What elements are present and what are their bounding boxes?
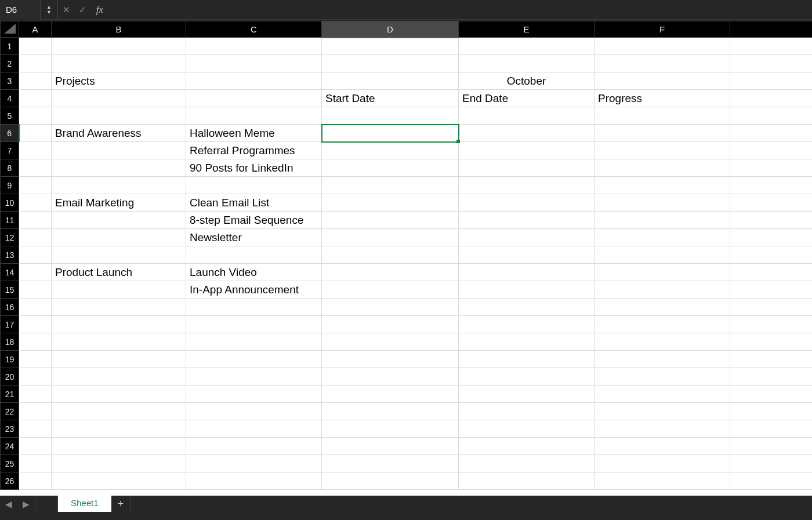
cell-D-19[interactable] — [322, 351, 459, 368]
cell-A-6[interactable] — [19, 125, 52, 142]
cell-A-26[interactable] — [19, 472, 52, 490]
cell-C-1[interactable] — [186, 38, 322, 55]
fx-icon[interactable]: fx — [90, 4, 109, 16]
row-header-6[interactable]: 6 — [1, 125, 19, 142]
cell-E-3[interactable]: October — [459, 72, 594, 90]
cell-E-19[interactable] — [459, 351, 594, 368]
row-header-26[interactable]: 26 — [1, 472, 19, 490]
cell-B-12[interactable] — [52, 229, 186, 246]
cell-B-7[interactable] — [52, 142, 186, 159]
cell-D-17[interactable] — [322, 316, 459, 333]
row-header-25[interactable]: 25 — [1, 455, 19, 472]
cell-C-12[interactable]: Newsletter — [186, 229, 322, 246]
cell-A-22[interactable] — [19, 403, 52, 420]
row-header-18[interactable]: 18 — [1, 333, 19, 351]
cell-F-7[interactable] — [594, 142, 730, 159]
cell-overflow-2[interactable] — [730, 55, 813, 72]
stepper-down-icon[interactable]: ▼ — [46, 10, 52, 15]
cell-B-19[interactable] — [52, 351, 186, 368]
cell-B-18[interactable] — [52, 333, 186, 351]
row-header-7[interactable]: 7 — [1, 142, 19, 159]
cell-F-4[interactable]: Progress — [594, 90, 730, 107]
cell-E-9[interactable] — [459, 177, 594, 194]
cell-C-11[interactable]: 8-step Email Sequence — [186, 212, 322, 229]
cell-B-26[interactable] — [52, 472, 186, 490]
name-box[interactable]: D6 — [0, 0, 41, 20]
cell-F-9[interactable] — [594, 177, 730, 194]
cell-D-4[interactable]: Start Date — [322, 90, 459, 107]
cell-E-12[interactable] — [459, 229, 594, 246]
cell-C-17[interactable] — [186, 316, 322, 333]
cell-F-19[interactable] — [594, 351, 730, 368]
cell-A-5[interactable] — [19, 107, 52, 125]
cell-overflow-10[interactable] — [730, 194, 813, 212]
row-header-24[interactable]: 24 — [1, 438, 19, 455]
cell-C-13[interactable] — [186, 246, 322, 264]
cell-B-5[interactable] — [52, 107, 186, 125]
row-header-23[interactable]: 23 — [1, 420, 19, 438]
cell-F-18[interactable] — [594, 333, 730, 351]
cell-A-16[interactable] — [19, 299, 52, 316]
accept-formula-button[interactable]: ✓ — [74, 2, 90, 18]
cell-A-4[interactable] — [19, 90, 52, 107]
row-header-14[interactable]: 14 — [1, 264, 19, 281]
cell-E-2[interactable] — [459, 55, 594, 72]
cell-overflow-3[interactable] — [730, 72, 813, 90]
cell-A-11[interactable] — [19, 212, 52, 229]
cell-F-8[interactable] — [594, 159, 730, 177]
cell-F-23[interactable] — [594, 420, 730, 438]
cell-A-13[interactable] — [19, 246, 52, 264]
cell-B-1[interactable] — [52, 38, 186, 55]
column-header-B[interactable]: B — [52, 21, 186, 38]
cell-A-25[interactable] — [19, 455, 52, 472]
name-box-stepper[interactable]: ▲ ▼ — [41, 0, 58, 20]
cell-B-25[interactable] — [52, 455, 186, 472]
cell-A-14[interactable] — [19, 264, 52, 281]
cell-A-15[interactable] — [19, 281, 52, 299]
cell-E-21[interactable] — [459, 386, 594, 403]
cell-E-14[interactable] — [459, 264, 594, 281]
cancel-formula-button[interactable]: ✕ — [58, 2, 74, 18]
cell-D-25[interactable] — [322, 455, 459, 472]
cell-A-19[interactable] — [19, 351, 52, 368]
cell-D-23[interactable] — [322, 420, 459, 438]
cell-D-7[interactable] — [322, 142, 459, 159]
cell-C-26[interactable] — [186, 472, 322, 490]
cell-F-13[interactable] — [594, 246, 730, 264]
cell-F-17[interactable] — [594, 316, 730, 333]
cell-C-22[interactable] — [186, 403, 322, 420]
cell-F-25[interactable] — [594, 455, 730, 472]
cell-A-1[interactable] — [19, 38, 52, 55]
cell-D-2[interactable] — [322, 55, 459, 72]
cell-B-2[interactable] — [52, 55, 186, 72]
cell-overflow-20[interactable] — [730, 368, 813, 386]
cell-E-8[interactable] — [459, 159, 594, 177]
cell-C-16[interactable] — [186, 299, 322, 316]
cell-C-5[interactable] — [186, 107, 322, 125]
cell-overflow-8[interactable] — [730, 159, 813, 177]
cell-C-24[interactable] — [186, 438, 322, 455]
cell-F-15[interactable] — [594, 281, 730, 299]
cell-E-6[interactable] — [459, 125, 594, 142]
cell-overflow-22[interactable] — [730, 403, 813, 420]
cell-B-10[interactable]: Email Marketing — [52, 194, 186, 212]
cell-C-10[interactable]: Clean Email List — [186, 194, 322, 212]
row-header-17[interactable]: 17 — [1, 316, 19, 333]
cell-F-12[interactable] — [594, 229, 730, 246]
row-header-2[interactable]: 2 — [1, 55, 19, 72]
cell-overflow-9[interactable] — [730, 177, 813, 194]
cell-overflow-12[interactable] — [730, 229, 813, 246]
cell-A-8[interactable] — [19, 159, 52, 177]
cell-A-24[interactable] — [19, 438, 52, 455]
cell-F-26[interactable] — [594, 472, 730, 490]
cell-B-22[interactable] — [52, 403, 186, 420]
cell-E-16[interactable] — [459, 299, 594, 316]
row-header-19[interactable]: 19 — [1, 351, 19, 368]
cell-overflow-4[interactable] — [730, 90, 813, 107]
cell-C-14[interactable]: Launch Video — [186, 264, 322, 281]
cell-D-8[interactable] — [322, 159, 459, 177]
cell-overflow-1[interactable] — [730, 38, 813, 55]
row-header-10[interactable]: 10 — [1, 194, 19, 212]
add-sheet-button[interactable]: + — [111, 496, 131, 512]
cell-overflow-26[interactable] — [730, 472, 813, 490]
